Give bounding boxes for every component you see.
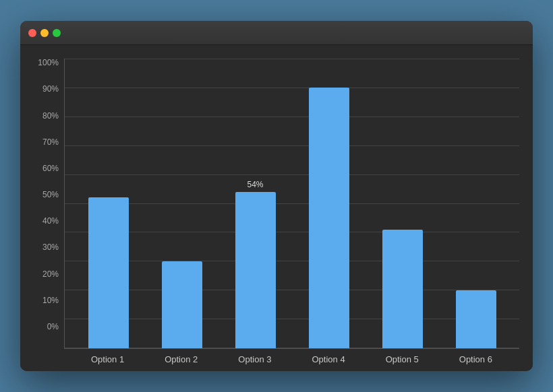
x-axis-label: Option 1: [81, 354, 135, 364]
y-axis-label: 30%: [34, 243, 64, 251]
y-axis-label: 10%: [34, 296, 64, 304]
x-axis-label: Option 3: [228, 354, 282, 364]
y-axis-label: 20%: [34, 270, 64, 278]
bars-and-grid: 54%: [64, 59, 519, 349]
y-axis-label: 50%: [34, 191, 64, 199]
bar-group: [155, 59, 209, 348]
close-button[interactable]: [28, 29, 36, 37]
bar-group: [82, 59, 136, 348]
y-axis-label: 80%: [34, 112, 64, 120]
chart-container: 0%10%20%30%40%50%60%70%80%90%100% 54% Op…: [34, 59, 519, 364]
x-axis-label: Option 4: [301, 354, 355, 364]
bars-row: 54%: [65, 59, 519, 348]
bar: [88, 197, 129, 348]
traffic-lights: [28, 29, 61, 37]
x-axis-label: Option 2: [154, 354, 208, 364]
y-axis-label: 60%: [34, 164, 64, 172]
bar: [382, 230, 423, 348]
maximize-button[interactable]: [53, 29, 61, 37]
y-axis-label: 40%: [34, 217, 64, 225]
minimize-button[interactable]: [40, 29, 49, 37]
bar: [456, 290, 496, 348]
plot-area: 54% Option 1Option 2Option 3Option 4Opti…: [64, 59, 519, 364]
x-axis-label: Option 6: [448, 354, 502, 364]
app-window: 0%10%20%30%40%50%60%70%80%90%100% 54% Op…: [20, 21, 533, 371]
titlebar: [20, 21, 533, 45]
chart-area: 0%10%20%30%40%50%60%70%80%90%100% 54% Op…: [20, 45, 533, 371]
bar-group: [302, 59, 356, 348]
bar-group: [449, 59, 503, 348]
bar: [235, 192, 276, 348]
y-axis: 0%10%20%30%40%50%60%70%80%90%100%: [34, 59, 64, 364]
y-axis-label: 70%: [34, 138, 64, 146]
y-axis-label: 0%: [34, 323, 64, 331]
y-axis-label: 100%: [34, 59, 64, 67]
x-labels: Option 1Option 2Option 3Option 4Option 5…: [64, 349, 519, 364]
y-axis-label: 90%: [34, 85, 64, 93]
bar: [309, 88, 349, 348]
bar: [162, 261, 202, 348]
bar-value-label: 54%: [247, 180, 263, 189]
bar-group: 54%: [229, 59, 283, 348]
x-axis-label: Option 5: [375, 354, 429, 364]
bar-group: [376, 59, 430, 348]
